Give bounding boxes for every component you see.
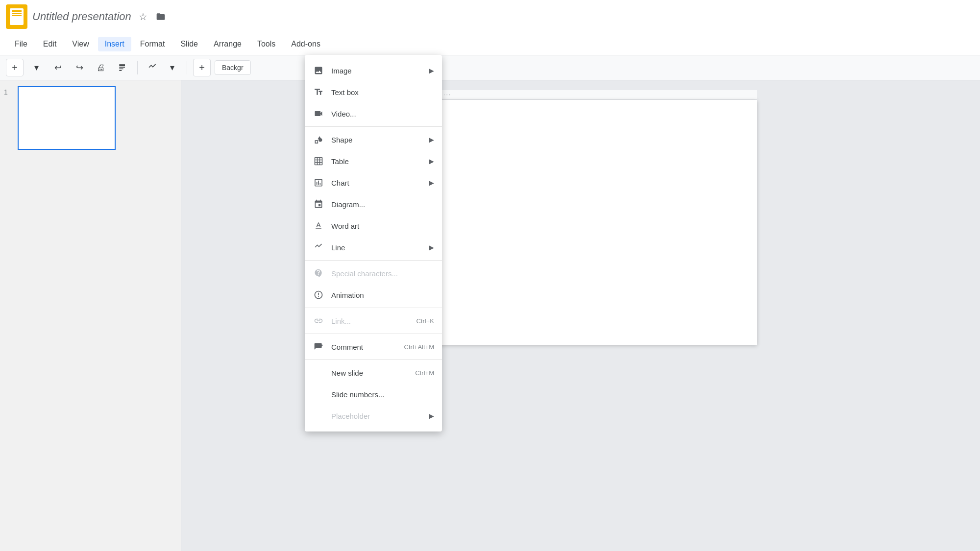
insert-video-item[interactable]: Video... [305, 103, 442, 124]
line-arrow-button[interactable]: ▾ [163, 59, 181, 76]
insert-wordart-label: Word art [331, 222, 434, 230]
shape-icon [313, 134, 324, 145]
menu-view[interactable]: View [65, 37, 96, 51]
insert-animation-label: Animation [331, 291, 434, 299]
insert-link-label: Link... [331, 317, 410, 325]
table-arrow-icon: ▶ [429, 157, 434, 165]
insert-line-item[interactable]: Line ▶ [305, 237, 442, 258]
comment-shortcut: Ctrl+Alt+M [404, 343, 434, 351]
insert-wordart-item[interactable]: Word art [305, 215, 442, 237]
chart-arrow-icon: ▶ [429, 179, 434, 187]
insert-new-slide-label: New slide [331, 369, 408, 377]
insert-chart-label: Chart [331, 179, 422, 187]
redo-button[interactable]: ↪ [71, 59, 88, 76]
insert-dropdown-menu: Image ▶ Text box Video... [305, 55, 442, 431]
menu-slide[interactable]: Slide [173, 37, 205, 51]
slide-thumb[interactable] [18, 86, 116, 150]
main-area: 1 · · · · · · · · · · · · · · · · [0, 80, 980, 551]
star-icon[interactable]: ☆ [136, 10, 150, 24]
insert-table-label: Table [331, 157, 422, 166]
toolbar-divider-1 [137, 61, 138, 74]
diagram-icon [313, 198, 324, 210]
slide-panel: 1 [0, 80, 181, 551]
comment-icon [313, 341, 324, 353]
chart-icon [313, 177, 324, 189]
insert-new-slide-item[interactable]: New slide Ctrl+M [305, 362, 442, 383]
folder-icon[interactable] [154, 10, 168, 24]
placeholder-icon [313, 410, 324, 422]
insert-image-label: Image [331, 67, 422, 75]
placeholder-arrow-icon: ▶ [429, 412, 434, 420]
toolbar-divider-2 [187, 61, 187, 74]
insert-shape-label: Shape [331, 136, 422, 144]
wordart-icon [313, 220, 324, 232]
insert-image-item[interactable]: Image ▶ [305, 60, 442, 81]
insert-placeholder-item[interactable]: Placeholder ▶ [305, 405, 442, 427]
add-slide-button[interactable]: + [6, 59, 24, 76]
insert-menu-section-3: Special characters... Animation [305, 261, 442, 308]
insert-table-item[interactable]: Table ▶ [305, 150, 442, 172]
print-button[interactable]: 🖨 [92, 59, 110, 76]
insert-textbox-item[interactable]: Text box [305, 81, 442, 103]
undo-button[interactable]: ↩ [49, 59, 67, 76]
menu-tools[interactable]: Tools [250, 37, 282, 51]
insert-comment-label: Comment [331, 343, 397, 351]
app-icon [6, 4, 27, 29]
line-arrow-icon: ▶ [429, 243, 434, 251]
animation-icon [313, 289, 324, 301]
insert-special-chars-label: Special characters... [331, 269, 434, 278]
insert-slide-numbers-label: Slide numbers... [331, 390, 434, 399]
menu-bar: File Edit View Insert Format Slide Arran… [0, 33, 980, 55]
insert-menu-section-1: Image ▶ Text box Video... [305, 58, 442, 127]
insert-menu-section-5: Comment Ctrl+Alt+M [305, 334, 442, 360]
insert-element-button[interactable]: + [193, 59, 211, 76]
insert-link-item[interactable]: Link... Ctrl+K [305, 310, 442, 332]
menu-arrange[interactable]: Arrange [207, 37, 248, 51]
insert-slide-numbers-item[interactable]: Slide numbers... [305, 383, 442, 405]
insert-special-chars-item[interactable]: Special characters... [305, 263, 442, 284]
insert-menu-section-4: Link... Ctrl+K [305, 308, 442, 334]
insert-menu-section-2: Shape ▶ Table ▶ Chart ▶ [305, 127, 442, 261]
slide-number: 1 [4, 86, 14, 96]
textbox-icon [313, 86, 324, 98]
toolbar: + ▾ ↩ ↪ 🖨 ▾ + Backgr [0, 55, 980, 80]
insert-placeholder-label: Placeholder [331, 412, 422, 420]
slide-numbers-icon [313, 388, 324, 400]
menu-addons[interactable]: Add-ons [284, 37, 327, 51]
link-icon [313, 315, 324, 327]
paint-format-button[interactable] [114, 59, 131, 76]
new-slide-icon [313, 367, 324, 379]
menu-edit[interactable]: Edit [36, 37, 64, 51]
insert-comment-item[interactable]: Comment Ctrl+Alt+M [305, 336, 442, 358]
insert-diagram-item[interactable]: Diagram... [305, 193, 442, 215]
menu-format[interactable]: Format [133, 37, 172, 51]
menu-insert[interactable]: Insert [98, 37, 131, 51]
horizontal-ruler: · · · · · · · · · · · · · · · · [404, 90, 757, 100]
document-title[interactable]: Untitled presentation [32, 10, 131, 23]
line-tool-button[interactable] [144, 59, 161, 76]
new-slide-shortcut: Ctrl+M [415, 369, 434, 377]
line-icon [313, 241, 324, 253]
special-chars-icon [313, 267, 324, 279]
insert-line-label: Line [331, 243, 422, 252]
slide-canvas[interactable] [404, 100, 757, 345]
video-icon [313, 108, 324, 120]
menu-file[interactable]: File [8, 37, 34, 51]
insert-menu-section-6: New slide Ctrl+M Slide numbers... Placeh… [305, 360, 442, 429]
link-shortcut: Ctrl+K [416, 317, 434, 325]
insert-shape-item[interactable]: Shape ▶ [305, 129, 442, 150]
insert-animation-item[interactable]: Animation [305, 284, 442, 306]
insert-chart-item[interactable]: Chart ▶ [305, 172, 442, 193]
dropdown-arrow-button[interactable]: ▾ [27, 59, 45, 76]
table-icon [313, 155, 324, 167]
canvas-area: · · · · · · · · · · · · · · · · [181, 80, 980, 551]
image-icon [313, 65, 324, 76]
image-arrow-icon: ▶ [429, 67, 434, 74]
shape-arrow-icon: ▶ [429, 136, 434, 144]
insert-video-label: Video... [331, 110, 434, 118]
title-bar: Untitled presentation ☆ [0, 0, 980, 33]
insert-textbox-label: Text box [331, 88, 434, 96]
slide-thumbnail: 1 [4, 86, 177, 150]
background-button[interactable]: Backgr [215, 60, 251, 75]
insert-diagram-label: Diagram... [331, 200, 434, 209]
